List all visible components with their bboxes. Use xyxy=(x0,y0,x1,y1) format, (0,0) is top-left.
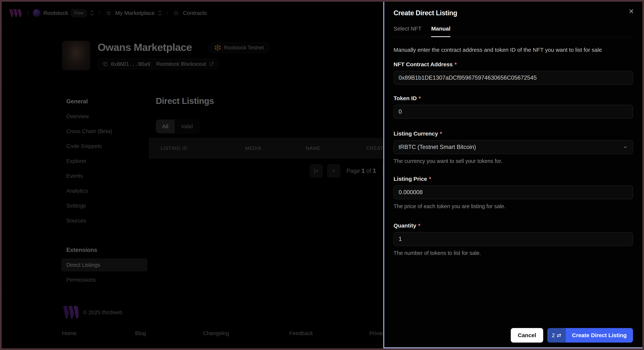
swap-arrows-icon: ⇄ xyxy=(556,332,561,339)
submit-split-button: 2 ⇄ Create Direct Listing xyxy=(547,328,633,343)
field-listing-price: Listing Price * The price of each token … xyxy=(394,176,633,209)
drawer-title: Create Direct Listing xyxy=(394,9,457,17)
drawer-description: Manually enter the contract address and … xyxy=(394,47,633,53)
listing-currency-label: Listing Currency * xyxy=(394,130,633,137)
listing-price-input[interactable] xyxy=(394,185,633,199)
app-window: / Rootstock Free / My Marketplace xyxy=(0,0,644,350)
listing-currency-helper: The currency you want to sell your token… xyxy=(394,158,633,164)
required-asterisk: * xyxy=(418,95,421,101)
field-quantity: Quantity * The number of tokens to list … xyxy=(394,223,633,256)
required-asterisk: * xyxy=(440,130,442,137)
cancel-button[interactable]: Cancel xyxy=(511,328,543,343)
token-id-input[interactable] xyxy=(394,105,633,119)
drawer-tabs: Select NFT Manual xyxy=(394,25,633,37)
contract-address-label: NFT Contract Address * xyxy=(394,61,633,68)
transaction-count-badge[interactable]: 2 ⇄ xyxy=(547,328,566,343)
required-asterisk: * xyxy=(429,176,431,182)
window-frame-top-edge xyxy=(0,0,644,1)
listing-price-helper: The price of each token you are listing … xyxy=(394,203,633,209)
drawer-footer: Cancel 2 ⇄ Create Direct Listing xyxy=(394,328,633,343)
chevron-down-icon xyxy=(622,144,628,150)
tab-select-nft[interactable]: Select NFT xyxy=(394,25,422,37)
field-contract-address: NFT Contract Address * xyxy=(394,61,633,85)
quantity-input[interactable] xyxy=(394,232,633,246)
listing-currency-value: tRBTC (Testnet Smart Bitcoin) xyxy=(398,144,476,150)
contract-address-input[interactable] xyxy=(394,71,633,85)
required-asterisk: * xyxy=(454,61,457,68)
listing-currency-select[interactable]: tRBTC (Testnet Smart Bitcoin) xyxy=(394,140,633,154)
close-icon[interactable]: ✕ xyxy=(628,8,634,15)
token-id-label: Token ID * xyxy=(394,95,633,101)
tab-manual[interactable]: Manual xyxy=(431,25,450,37)
create-direct-listing-drawer: Create Direct Listing ✕ Select NFT Manua… xyxy=(383,2,642,348)
field-listing-currency: Listing Currency * tRBTC (Testnet Smart … xyxy=(394,130,633,164)
field-token-id: Token ID * xyxy=(394,95,633,119)
create-direct-listing-button[interactable]: Create Direct Listing xyxy=(566,328,633,343)
drawer-header: Create Direct Listing ✕ xyxy=(394,9,633,17)
quantity-helper: The number of tokens to list for sale. xyxy=(394,250,633,256)
quantity-label: Quantity * xyxy=(394,223,633,229)
transaction-count: 2 xyxy=(552,332,555,339)
listing-price-label: Listing Price * xyxy=(394,176,633,182)
required-asterisk: * xyxy=(418,223,420,229)
